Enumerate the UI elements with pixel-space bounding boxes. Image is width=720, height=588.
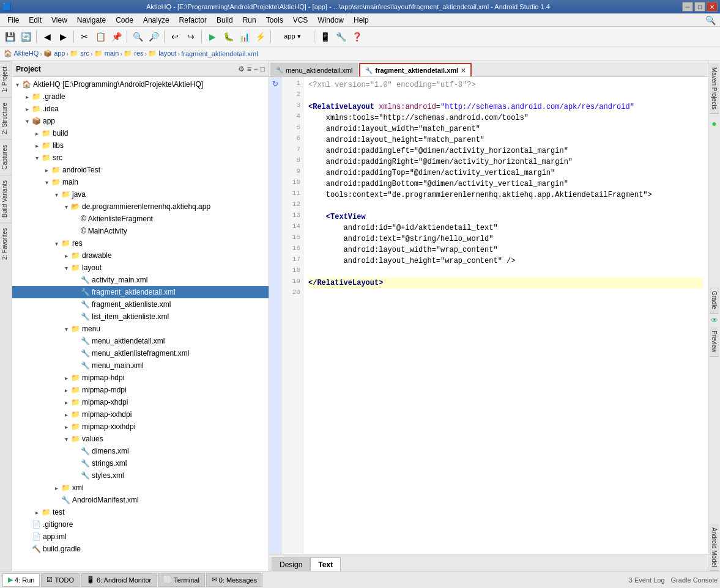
messages-tab[interactable]: ✉ 0: Messages — [206, 573, 262, 587]
menu-edit[interactable]: Edit — [24, 15, 46, 26]
tree-item-gitignore[interactable]: 📄.gitignore — [12, 518, 269, 531]
panel-settings-btn[interactable]: ⚙ — [238, 65, 245, 73]
code-line-6[interactable]: android:layout_height="match_parent" — [308, 134, 703, 145]
toolbar-run[interactable]: ▶ — [205, 29, 220, 44]
tree-item-dimens[interactable]: 🔧dimens.xml — [12, 445, 269, 457]
refresh-icon[interactable]: ↻ — [272, 79, 278, 88]
toolbar-cut[interactable]: ✂ — [77, 29, 92, 44]
toolbar-coverage[interactable]: 📊 — [237, 29, 251, 44]
tree-item-aktiehq-root[interactable]: ▾🏠AktieHQ [E:\Programming\AndroidProjekt… — [12, 78, 269, 90]
tree-item-java[interactable]: ▾📁java — [12, 188, 269, 200]
toolbar-sync[interactable]: 🔄 — [18, 29, 33, 44]
toolbar-forward[interactable]: ▶ — [56, 29, 70, 44]
code-line-2[interactable] — [308, 90, 703, 101]
event-log-link[interactable]: 3 Event Log — [629, 576, 665, 584]
tree-item-mipmap-hdpi[interactable]: ▸📁mipmap-hdpi — [12, 372, 269, 384]
tree-item-xml[interactable]: ▸📁xml — [12, 482, 269, 494]
tree-item-build[interactable]: ▸📁build — [12, 127, 269, 139]
menu-analyze[interactable]: Analyze — [138, 15, 174, 26]
tree-item-mipmap-xxxhdpi[interactable]: ▸📁mipmap-xxxhdpi — [12, 421, 269, 433]
menu-view[interactable]: View — [46, 15, 72, 26]
minimize-button[interactable]: ─ — [682, 2, 693, 12]
code-line-20[interactable] — [308, 288, 703, 300]
code-line-10[interactable]: android:paddingBottom="@dimen/activity_v… — [308, 178, 703, 189]
tree-item-androidmanifest[interactable]: 🔧AndroidManifest.xml — [12, 494, 269, 506]
menu-build[interactable]: Build — [212, 15, 238, 26]
code-line-1[interactable]: <?xml version="1.0" encoding="utf-8"?> — [308, 79, 703, 90]
breadcrumb-file[interactable]: fragment_aktiendetail.xml — [181, 50, 258, 57]
panel-layout-btn[interactable]: ≡ — [247, 65, 251, 73]
code-line-16[interactable]: android:layout_width="wrap_content" — [308, 244, 703, 255]
close-button[interactable]: ✕ — [707, 2, 718, 12]
tab-project[interactable]: 1: Project — [0, 61, 12, 97]
tree-container[interactable]: ▾🏠AktieHQ [E:\Programming\AndroidProjekt… — [12, 77, 269, 571]
toolbar-run2[interactable]: ⚡ — [253, 29, 267, 44]
tree-item-src[interactable]: ▾📁src — [12, 152, 269, 164]
code-line-3[interactable]: <RelativeLayout xmlns:android="http://sc… — [308, 101, 703, 112]
code-line-13[interactable]: <TextView — [308, 211, 703, 222]
tree-item-androidTest[interactable]: ▸📁androidTest — [12, 164, 269, 176]
menu-navigate[interactable]: Navigate — [72, 15, 111, 26]
tree-item-package[interactable]: ▾📂de.programmierenlernenhq.aktiehq.app — [12, 200, 269, 213]
tree-item-styles[interactable]: 🔧styles.xml — [12, 469, 269, 482]
code-line-12[interactable] — [308, 200, 703, 211]
code-line-8[interactable]: android:paddingRight="@dimen/activity_ho… — [308, 156, 703, 167]
tree-item-drawable[interactable]: ▸📁drawable — [12, 249, 269, 262]
breadcrumb-aktiehq[interactable]: 🏠 AktieHQ — [4, 50, 39, 57]
code-line-4[interactable]: xmlns:tools="http://schemas.android.com/… — [308, 112, 703, 123]
toolbar-avd[interactable]: 📱 — [317, 29, 332, 44]
toolbar-app-dropdown[interactable]: app ▾ — [274, 29, 311, 44]
tab-structure[interactable]: 2: Structure — [0, 97, 12, 139]
code-line-7[interactable]: android:paddingLeft="@dimen/activity_hor… — [308, 145, 703, 156]
tree-item-mipmap-xhdpi[interactable]: ▸📁mipmap-xhdpi — [12, 396, 269, 408]
code-line-17[interactable]: android:layout_height="wrap_content" /> — [308, 255, 703, 266]
tree-item-idea[interactable]: ▸📁.idea — [12, 103, 269, 115]
menu-file[interactable]: File — [2, 15, 24, 26]
tree-item-main[interactable]: ▾📁main — [12, 176, 269, 188]
tree-item-app[interactable]: ▾📦app — [12, 115, 269, 127]
code-line-9[interactable]: android:paddingTop="@dimen/activity_vert… — [308, 167, 703, 178]
panel-collapse-btn[interactable]: − — [254, 65, 258, 73]
tree-item-values[interactable]: ▾📁values — [12, 433, 269, 445]
toolbar-sdk[interactable]: 🔧 — [333, 29, 348, 44]
gradle-panel[interactable]: Gradle — [710, 287, 719, 314]
todo-tab[interactable]: ☑ TODO — [41, 573, 80, 587]
tree-item-build-gradle[interactable]: 🔨build.gradle — [12, 543, 269, 555]
tree-item-strings[interactable]: 🔧strings.xml — [12, 457, 269, 469]
tree-item-menu[interactable]: ▾📁menu — [12, 323, 269, 335]
text-tab[interactable]: Text — [310, 557, 341, 571]
tab-captures[interactable]: Captures — [0, 139, 12, 175]
tree-item-class2[interactable]: ©MainActivity — [12, 225, 269, 237]
tree-item-test[interactable]: ▸📁test — [12, 506, 269, 518]
code-line-5[interactable]: android:layout_width="match_parent" — [308, 123, 703, 134]
tree-item-menu_aktienlistefragment[interactable]: 🔧menu_aktienlistefragment.xml — [12, 347, 269, 359]
tree-item-layout[interactable]: ▾📁layout — [12, 262, 269, 274]
tab-close-btn[interactable]: ✕ — [461, 67, 466, 74]
code-line-15[interactable]: android:text="@string/hello_world" — [308, 233, 703, 244]
gradle-console-link[interactable]: Gradle Console — [671, 576, 718, 584]
code-line-18[interactable] — [308, 266, 703, 277]
tree-item-res[interactable]: ▾📁res — [12, 237, 269, 249]
tree-item-libs[interactable]: ▸📁libs — [12, 139, 269, 152]
menu-code[interactable]: Code — [111, 15, 138, 26]
tree-item-fragment_aktienliste[interactable]: 🔧fragment_aktienliste.xml — [12, 298, 269, 311]
design-tab[interactable]: Design — [272, 557, 310, 571]
toolbar-debug[interactable]: 🐛 — [221, 29, 236, 44]
android-model-panel[interactable]: Android Model — [710, 524, 719, 571]
menu-vcs[interactable]: VCS — [288, 15, 313, 26]
preview-icon[interactable]: 👁 — [711, 316, 718, 325]
code-line-19[interactable]: </RelativeLayout> — [308, 277, 703, 288]
breadcrumb-layout[interactable]: 📁 layout — [148, 50, 176, 57]
tab-favorites[interactable]: 2: Favorites — [0, 222, 12, 265]
tree-item-mipmap-xxhdpi[interactable]: ▸📁mipmap-xxhdpi — [12, 408, 269, 421]
panel-expand-btn[interactable]: □ — [261, 65, 265, 73]
tree-item-mipmap-mdpi[interactable]: ▸📁mipmap-mdpi — [12, 384, 269, 396]
toolbar-undo[interactable]: ↩ — [168, 29, 182, 44]
preview-panel[interactable]: Preview — [710, 327, 719, 357]
tree-item-menu_aktiendetail[interactable]: 🔧menu_aktiendetail.xml — [12, 335, 269, 347]
tree-item-activity_main[interactable]: 🔧activity_main.xml — [12, 274, 269, 286]
breadcrumb-main[interactable]: 📁 main — [94, 50, 119, 57]
tab-fragment-aktiendetail[interactable]: 🔧 fragment_aktiendetail.xml ✕ — [359, 63, 472, 76]
menu-window[interactable]: Window — [313, 15, 349, 26]
toolbar-copy[interactable]: 📋 — [93, 29, 108, 44]
